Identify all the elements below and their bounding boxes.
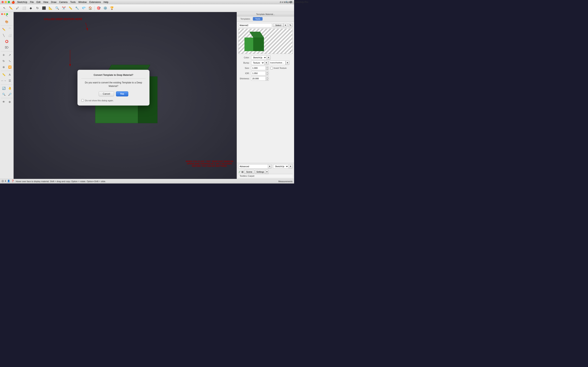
- menu-help[interactable]: Help: [104, 1, 108, 3]
- menu-tools[interactable]: Tools: [70, 1, 76, 3]
- menu-draw[interactable]: Draw: [51, 1, 56, 3]
- cancel-button[interactable]: Cancel: [99, 91, 114, 96]
- fullscreen-button[interactable]: [8, 1, 10, 3]
- close-button[interactable]: [1, 1, 4, 3]
- sidebar-orbit-tool[interactable]: 🔄: [1, 85, 7, 91]
- sketchup-select[interactable]: SketchUp: [273, 164, 289, 168]
- rotate-btn[interactable]: ↻: [34, 5, 41, 11]
- minimize-button[interactable]: [5, 1, 7, 3]
- settings-dropdown[interactable]: ▼: [266, 170, 268, 174]
- advanced-input[interactable]: [238, 164, 268, 168]
- pencil-tool-btn[interactable]: 🖊: [14, 5, 21, 11]
- house-btn[interactable]: 🏠: [87, 5, 94, 11]
- bump-path-dropdown[interactable]: ▼: [285, 61, 289, 65]
- yes-button[interactable]: Yes: [116, 91, 128, 96]
- panel-minimize[interactable]: [4, 13, 5, 15]
- invert-checkbox[interactable]: [270, 67, 273, 69]
- sidebar-dim-tool[interactable]: ←→: [1, 78, 7, 83]
- sidebar-text-tool[interactable]: A: [7, 72, 13, 78]
- sketchup-dropdown[interactable]: ▼: [289, 164, 293, 168]
- size-label: Size:: [238, 67, 251, 69]
- gem-btn[interactable]: 💎: [81, 5, 87, 11]
- sidebar-position-tool[interactable]: ⊕: [7, 99, 13, 105]
- sidebar-tape-tool[interactable]: 📏: [1, 72, 7, 78]
- ior-up[interactable]: ▲: [266, 71, 268, 74]
- sidebar-rotate-tool[interactable]: ↻: [1, 58, 7, 64]
- sidebar-tools: ↖ 🎨 ✏️ ⌒ ╲ ⬜ ⭕ ⌦ ✛ ↗ ↻ ⤡ ⊕: [0, 12, 13, 106]
- bump-path-input[interactable]: [269, 61, 285, 65]
- sidebar-follow-tool[interactable]: 🔀: [7, 64, 13, 70]
- material-edit-icon[interactable]: ✎: [288, 23, 293, 27]
- size-down[interactable]: ▼: [266, 68, 268, 70]
- extra2-btn[interactable]: ⚙️: [102, 5, 108, 11]
- dont-show-checkbox[interactable]: [81, 99, 84, 102]
- size-up[interactable]: ▲: [266, 66, 268, 68]
- ior-down[interactable]: ▼: [266, 74, 268, 75]
- shininess-input[interactable]: [251, 76, 266, 81]
- sidebar-arc-tool[interactable]: ⌒: [7, 26, 13, 32]
- bump-label: Bump:: [238, 62, 251, 64]
- panel-traffic-lights: [1, 13, 8, 15]
- sidebar-section-tool[interactable]: ☰: [7, 78, 13, 83]
- sidebar-look-tool[interactable]: 👁: [1, 99, 7, 105]
- bump-dropdown-btn[interactable]: ▼: [265, 61, 268, 65]
- sidebar-move-tool[interactable]: ✛: [1, 52, 7, 58]
- menu-window[interactable]: Window: [78, 1, 87, 3]
- menu-extensions[interactable]: Extensions: [89, 1, 101, 3]
- component-btn[interactable]: 🔧: [74, 5, 80, 11]
- size-input[interactable]: [251, 66, 266, 70]
- sidebar-scale-tool[interactable]: ⤡: [7, 58, 13, 64]
- shininess-down[interactable]: ▼: [266, 79, 268, 81]
- bump-select[interactable]: Texture: [251, 61, 265, 65]
- scene-button[interactable]: Scene: [244, 170, 254, 174]
- menu-camera[interactable]: Camera: [59, 1, 68, 3]
- tab-templates[interactable]: Templates: [238, 17, 252, 21]
- sidebar-zoom-tool[interactable]: 🔍: [1, 91, 7, 97]
- panel-close[interactable]: [1, 13, 3, 15]
- sidebar-rect-tool[interactable]: ⬜: [7, 33, 13, 38]
- extra3-btn[interactable]: 🏆: [109, 5, 115, 11]
- menu-file[interactable]: File: [30, 1, 34, 3]
- shininess-up[interactable]: ▲: [266, 77, 268, 79]
- invert-label: Invert Texture: [274, 67, 286, 69]
- sidebar-pencil-tool[interactable]: ✏️: [1, 26, 7, 32]
- sidebar-walk-tool[interactable]: 🤚: [7, 85, 13, 91]
- dialog-overlay: Convert Template to Deep Material? Do yo…: [14, 12, 237, 179]
- tab-tools[interactable]: Tools: [253, 17, 263, 21]
- color-row: Color: SketchUp ▼: [238, 55, 293, 60]
- status-icon-1: ⓪: [1, 180, 4, 183]
- color-select[interactable]: SketchUp: [251, 55, 267, 60]
- settings-button[interactable]: Settings: [255, 170, 266, 174]
- tape-btn[interactable]: 📏: [67, 5, 74, 11]
- extra1-btn[interactable]: 🎯: [95, 5, 102, 11]
- scissors-btn[interactable]: ✂️: [61, 5, 67, 11]
- panel-fullscreen[interactable]: [6, 13, 8, 15]
- search-btn[interactable]: 🔍: [54, 5, 60, 11]
- paint-tool-btn[interactable]: ✏️: [8, 5, 14, 11]
- sidebar-paint-tool[interactable]: 🎨: [4, 19, 10, 25]
- bump-row: Bump: Texture ▼ ▼: [238, 61, 293, 65]
- material-name-input[interactable]: [238, 23, 272, 27]
- color-dropdown-btn[interactable]: ▼: [267, 55, 270, 60]
- sidebar-line-tool[interactable]: ╲: [1, 33, 7, 38]
- eraser-tool-btn[interactable]: ⬜: [21, 5, 27, 11]
- menu-view[interactable]: View: [43, 1, 48, 3]
- select-dropdown-btn[interactable]: ▼: [284, 23, 287, 27]
- sidebar-push-tool[interactable]: ↗: [7, 52, 13, 58]
- viewport[interactable]: CALLED DEEP EDITOR HERE WHEN YOU CLICK "…: [14, 12, 237, 179]
- push-pull-btn[interactable]: ◆: [28, 5, 34, 11]
- sidebar-circle-tool[interactable]: ⭕: [4, 39, 10, 44]
- status-message: Hover over face to display material. Shi…: [16, 180, 106, 183]
- offset-btn[interactable]: 📐: [47, 5, 54, 11]
- select-tool-btn[interactable]: ↖: [1, 5, 7, 11]
- sidebar-zoomfit-tool[interactable]: 🔎: [7, 91, 13, 97]
- menu-edit[interactable]: Edit: [36, 1, 41, 3]
- apple-menu[interactable]: 🍎: [11, 0, 15, 4]
- ior-input[interactable]: [251, 71, 266, 75]
- sidebar-erase-tool[interactable]: ⌦: [4, 44, 10, 50]
- menu-sketchup[interactable]: SketchUp: [17, 1, 27, 3]
- rectangle-btn[interactable]: ⬛: [41, 5, 47, 11]
- sidebar-offset-tool[interactable]: ⊕: [1, 64, 7, 70]
- select-button[interactable]: Select: [273, 23, 283, 27]
- advanced-dropdown[interactable]: ▼: [268, 164, 271, 168]
